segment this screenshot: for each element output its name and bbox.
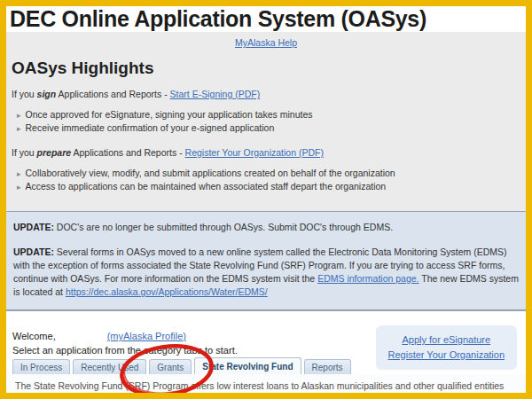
help-row: MyAlaska Help xyxy=(6,32,526,55)
list-item: ▸Receive immediate confirmation of your … xyxy=(17,121,526,135)
update-notice-box: UPDATE: DOC's are no longer be submitted… xyxy=(6,211,526,311)
tab-recently-used[interactable]: Recently Used xyxy=(73,359,146,374)
edms-url-link[interactable]: https://dec.alaska.gov/Applications/Wate… xyxy=(66,286,268,297)
sign-line-prefix: If you xyxy=(12,89,37,99)
tab-state-revolving-fund[interactable]: State Revolving Fund xyxy=(194,357,301,374)
sign-line: If you sign Applications and Reports - S… xyxy=(12,89,526,99)
title-bar: DEC Online Application System (OASys) xyxy=(6,6,526,32)
prepare-bullets: ▸Collaboratively view, modify, and submi… xyxy=(17,167,526,193)
tab-in-process[interactable]: In Process xyxy=(12,359,70,374)
page-title: DEC Online Application System (OASys) xyxy=(10,6,426,32)
list-item: ▸Once approved for eSignature, signing y… xyxy=(17,108,526,121)
list-item: ▸Collaboratively view, modify, and submi… xyxy=(17,167,526,180)
edms-info-page-link[interactable]: EDMS information page. xyxy=(317,273,419,284)
bullet-arrow-icon: ▸ xyxy=(17,109,21,121)
update-2: UPDATE: Several forms in OASys moved to … xyxy=(13,246,519,299)
register-org-link[interactable]: Register Your Organization (PDF) xyxy=(185,147,324,158)
update-2-label: UPDATE: xyxy=(13,246,54,257)
update-1-label: UPDATE: xyxy=(13,222,54,232)
tab-grants[interactable]: Grants xyxy=(149,359,192,374)
welcome-greeting: Welcome, xyxy=(12,329,56,343)
list-item: ▸Access to applications can be maintaine… xyxy=(17,180,526,193)
myalaska-help-link[interactable]: MyAlaska Help xyxy=(235,37,297,48)
prepare-emphasis: prepare xyxy=(37,147,72,158)
register-organization-link[interactable]: Register Your Organization xyxy=(388,348,505,363)
prepare-line: If you prepare Applications and Reports … xyxy=(12,147,526,158)
sign-emphasis: sign xyxy=(37,89,57,99)
page-frame: DEC Online Application System (OASys) My… xyxy=(0,0,532,399)
action-links-box: Apply for eSignature Register Your Organ… xyxy=(376,325,517,370)
bullet-arrow-icon: ▸ xyxy=(17,181,21,193)
prepare-line-prefix: If you xyxy=(12,147,37,158)
start-esigning-link[interactable]: Start E-Signing (PDF) xyxy=(170,89,261,99)
apply-esignature-link[interactable]: Apply for eSignature xyxy=(388,332,505,348)
bullet-text: Access to applications can be maintained… xyxy=(26,180,387,192)
sign-line-middle: Applications and Reports - xyxy=(56,89,169,99)
highlights: OASys Highlights If you sign Application… xyxy=(6,59,526,193)
myalaska-profile-link[interactable]: (myAlaska Profile) xyxy=(107,329,186,343)
bullet-text: Collaboratively view, modify, and submit… xyxy=(26,167,395,179)
bullet-arrow-icon: ▸ xyxy=(17,122,21,135)
update-1: UPDATE: DOC's are no longer be submitted… xyxy=(13,221,519,234)
bullet-text: Receive immediate confirmation of your e… xyxy=(26,121,275,134)
sign-bullets: ▸Once approved for eSignature, signing y… xyxy=(17,108,526,135)
bullet-arrow-icon: ▸ xyxy=(17,168,21,180)
redacted-username xyxy=(56,329,107,343)
highlights-section: MyAlaska Help OASys Highlights If you si… xyxy=(6,32,526,211)
highlights-heading: OASys Highlights xyxy=(12,59,526,78)
srf-tab-content: The State Revolving Fund (SRF) Program o… xyxy=(6,374,526,399)
bullet-text: Once approved for eSignature, signing yo… xyxy=(26,108,313,121)
update-1-text: DOC's are no longer be submitted through… xyxy=(54,222,393,232)
prepare-line-middle: Applications and Reports - xyxy=(71,147,184,158)
tab-reports[interactable]: Reports xyxy=(304,359,351,374)
welcome-section: Welcome,(myAlaska Profile) Select an app… xyxy=(6,311,526,357)
